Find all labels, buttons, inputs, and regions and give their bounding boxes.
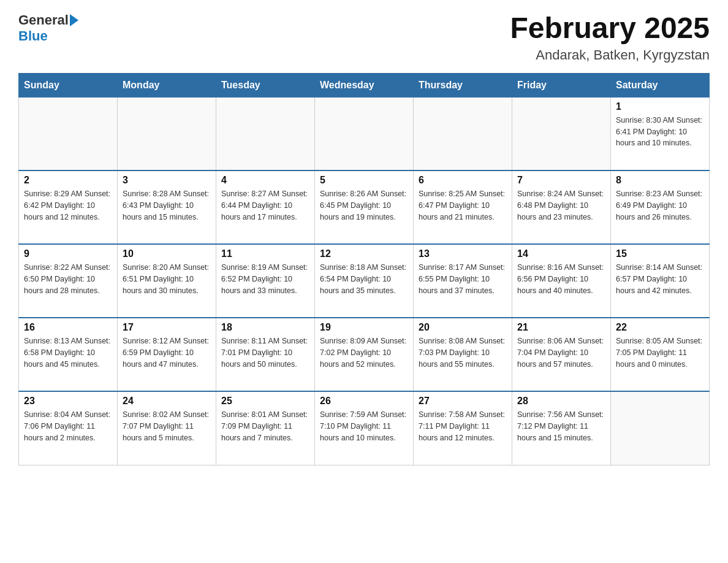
calendar-cell xyxy=(611,391,710,465)
calendar-cell: 14Sunrise: 8:16 AM Sunset: 6:56 PM Dayli… xyxy=(512,244,611,318)
day-number: 2 xyxy=(24,175,112,186)
day-number: 3 xyxy=(123,175,211,186)
day-info: Sunrise: 8:11 AM Sunset: 7:01 PM Dayligh… xyxy=(221,335,309,370)
day-number: 16 xyxy=(24,322,112,333)
day-number: 26 xyxy=(320,396,408,407)
day-number: 10 xyxy=(123,248,211,259)
day-info: Sunrise: 8:27 AM Sunset: 6:44 PM Dayligh… xyxy=(221,188,309,223)
day-info: Sunrise: 8:20 AM Sunset: 6:51 PM Dayligh… xyxy=(123,262,211,296)
weekday-header-thursday: Thursday xyxy=(414,73,512,97)
day-number: 23 xyxy=(24,396,112,407)
day-info: Sunrise: 8:26 AM Sunset: 6:45 PM Dayligh… xyxy=(320,188,408,223)
calendar-cell: 18Sunrise: 8:11 AM Sunset: 7:01 PM Dayli… xyxy=(216,318,315,391)
calendar-week-4: 23Sunrise: 8:04 AM Sunset: 7:06 PM Dayli… xyxy=(19,391,710,465)
day-number: 1 xyxy=(616,101,704,112)
calendar-cell: 7Sunrise: 8:24 AM Sunset: 6:48 PM Daylig… xyxy=(512,170,611,244)
day-info: Sunrise: 8:16 AM Sunset: 6:56 PM Dayligh… xyxy=(517,262,605,296)
day-info: Sunrise: 8:14 AM Sunset: 6:57 PM Dayligh… xyxy=(616,262,704,296)
logo-blue-text: Blue xyxy=(18,28,48,44)
calendar-cell: 12Sunrise: 8:18 AM Sunset: 6:54 PM Dayli… xyxy=(315,244,414,318)
calendar-cell: 6Sunrise: 8:25 AM Sunset: 6:47 PM Daylig… xyxy=(414,170,512,244)
logo: General Blue xyxy=(18,12,80,44)
day-number: 12 xyxy=(320,248,408,259)
calendar-cell: 15Sunrise: 8:14 AM Sunset: 6:57 PM Dayli… xyxy=(611,244,710,318)
weekday-header-saturday: Saturday xyxy=(611,73,710,97)
day-info: Sunrise: 8:18 AM Sunset: 6:54 PM Dayligh… xyxy=(320,262,408,296)
day-number: 25 xyxy=(221,396,309,407)
calendar-cell: 20Sunrise: 8:08 AM Sunset: 7:03 PM Dayli… xyxy=(414,318,512,391)
day-info: Sunrise: 8:09 AM Sunset: 7:02 PM Dayligh… xyxy=(320,335,408,370)
calendar-cell: 1Sunrise: 8:30 AM Sunset: 6:41 PM Daylig… xyxy=(611,97,710,170)
calendar-cell: 22Sunrise: 8:05 AM Sunset: 7:05 PM Dayli… xyxy=(611,318,710,391)
calendar-cell: 9Sunrise: 8:22 AM Sunset: 6:50 PM Daylig… xyxy=(19,244,118,318)
calendar-cell: 4Sunrise: 8:27 AM Sunset: 6:44 PM Daylig… xyxy=(216,170,315,244)
calendar-cell: 28Sunrise: 7:56 AM Sunset: 7:12 PM Dayli… xyxy=(512,391,611,465)
day-number: 21 xyxy=(517,322,605,333)
day-number: 13 xyxy=(419,248,507,259)
day-info: Sunrise: 7:56 AM Sunset: 7:12 PM Dayligh… xyxy=(517,409,605,443)
location-title: Andarak, Batken, Kyrgyzstan xyxy=(510,47,710,63)
calendar-cell: 26Sunrise: 7:59 AM Sunset: 7:10 PM Dayli… xyxy=(315,391,414,465)
calendar-cell: 16Sunrise: 8:13 AM Sunset: 6:58 PM Dayli… xyxy=(19,318,118,391)
day-info: Sunrise: 8:29 AM Sunset: 6:42 PM Dayligh… xyxy=(24,188,112,223)
day-info: Sunrise: 8:24 AM Sunset: 6:48 PM Dayligh… xyxy=(517,188,605,223)
calendar-cell xyxy=(118,97,216,170)
day-info: Sunrise: 8:25 AM Sunset: 6:47 PM Dayligh… xyxy=(419,188,507,223)
day-number: 4 xyxy=(221,175,309,186)
day-number: 11 xyxy=(221,248,309,259)
page-header: General Blue February 2025 Andarak, Batk… xyxy=(18,12,710,63)
calendar-cell: 2Sunrise: 8:29 AM Sunset: 6:42 PM Daylig… xyxy=(19,170,118,244)
calendar-week-2: 9Sunrise: 8:22 AM Sunset: 6:50 PM Daylig… xyxy=(19,244,710,318)
weekday-header-sunday: Sunday xyxy=(19,73,118,97)
calendar-cell xyxy=(19,97,118,170)
day-info: Sunrise: 8:17 AM Sunset: 6:55 PM Dayligh… xyxy=(419,262,507,296)
calendar-cell: 27Sunrise: 7:58 AM Sunset: 7:11 PM Dayli… xyxy=(414,391,512,465)
day-number: 28 xyxy=(517,396,605,407)
month-title: February 2025 xyxy=(510,12,710,45)
day-info: Sunrise: 8:04 AM Sunset: 7:06 PM Dayligh… xyxy=(24,409,112,443)
day-info: Sunrise: 8:12 AM Sunset: 6:59 PM Dayligh… xyxy=(123,335,211,370)
day-number: 24 xyxy=(123,396,211,407)
calendar-cell: 13Sunrise: 8:17 AM Sunset: 6:55 PM Dayli… xyxy=(414,244,512,318)
calendar-cell: 24Sunrise: 8:02 AM Sunset: 7:07 PM Dayli… xyxy=(118,391,216,465)
day-info: Sunrise: 8:06 AM Sunset: 7:04 PM Dayligh… xyxy=(517,335,605,370)
calendar-table: SundayMondayTuesdayWednesdayThursdayFrid… xyxy=(18,73,710,465)
title-section: February 2025 Andarak, Batken, Kyrgyzsta… xyxy=(510,12,710,63)
day-info: Sunrise: 8:08 AM Sunset: 7:03 PM Dayligh… xyxy=(419,335,507,370)
day-number: 27 xyxy=(419,396,507,407)
day-number: 22 xyxy=(616,322,704,333)
calendar-cell: 17Sunrise: 8:12 AM Sunset: 6:59 PM Dayli… xyxy=(118,318,216,391)
day-info: Sunrise: 8:02 AM Sunset: 7:07 PM Dayligh… xyxy=(123,409,211,443)
calendar-cell: 19Sunrise: 8:09 AM Sunset: 7:02 PM Dayli… xyxy=(315,318,414,391)
calendar-cell xyxy=(414,97,512,170)
day-number: 15 xyxy=(616,248,704,259)
calendar-cell: 8Sunrise: 8:23 AM Sunset: 6:49 PM Daylig… xyxy=(611,170,710,244)
day-info: Sunrise: 8:13 AM Sunset: 6:58 PM Dayligh… xyxy=(24,335,112,370)
calendar-cell xyxy=(315,97,414,170)
day-number: 8 xyxy=(616,175,704,186)
calendar-week-0: 1Sunrise: 8:30 AM Sunset: 6:41 PM Daylig… xyxy=(19,97,710,170)
logo-arrow-icon xyxy=(70,14,78,26)
calendar-cell: 21Sunrise: 8:06 AM Sunset: 7:04 PM Dayli… xyxy=(512,318,611,391)
calendar-cell xyxy=(512,97,611,170)
calendar-cell: 10Sunrise: 8:20 AM Sunset: 6:51 PM Dayli… xyxy=(118,244,216,318)
day-info: Sunrise: 8:22 AM Sunset: 6:50 PM Dayligh… xyxy=(24,262,112,296)
day-number: 6 xyxy=(419,175,507,186)
calendar-cell: 11Sunrise: 8:19 AM Sunset: 6:52 PM Dayli… xyxy=(216,244,315,318)
day-info: Sunrise: 7:59 AM Sunset: 7:10 PM Dayligh… xyxy=(320,409,408,443)
calendar-cell: 25Sunrise: 8:01 AM Sunset: 7:09 PM Dayli… xyxy=(216,391,315,465)
calendar-header-row: SundayMondayTuesdayWednesdayThursdayFrid… xyxy=(19,73,710,97)
day-info: Sunrise: 8:28 AM Sunset: 6:43 PM Dayligh… xyxy=(123,188,211,223)
calendar-week-3: 16Sunrise: 8:13 AM Sunset: 6:58 PM Dayli… xyxy=(19,318,710,391)
calendar-week-1: 2Sunrise: 8:29 AM Sunset: 6:42 PM Daylig… xyxy=(19,170,710,244)
calendar-cell: 5Sunrise: 8:26 AM Sunset: 6:45 PM Daylig… xyxy=(315,170,414,244)
calendar-cell: 3Sunrise: 8:28 AM Sunset: 6:43 PM Daylig… xyxy=(118,170,216,244)
day-number: 14 xyxy=(517,248,605,259)
weekday-header-friday: Friday xyxy=(512,73,611,97)
day-info: Sunrise: 8:05 AM Sunset: 7:05 PM Dayligh… xyxy=(616,335,704,370)
day-info: Sunrise: 8:30 AM Sunset: 6:41 PM Dayligh… xyxy=(616,115,704,149)
logo-general-text: General xyxy=(18,12,69,28)
weekday-header-monday: Monday xyxy=(118,73,216,97)
day-number: 20 xyxy=(419,322,507,333)
day-info: Sunrise: 8:23 AM Sunset: 6:49 PM Dayligh… xyxy=(616,188,704,223)
